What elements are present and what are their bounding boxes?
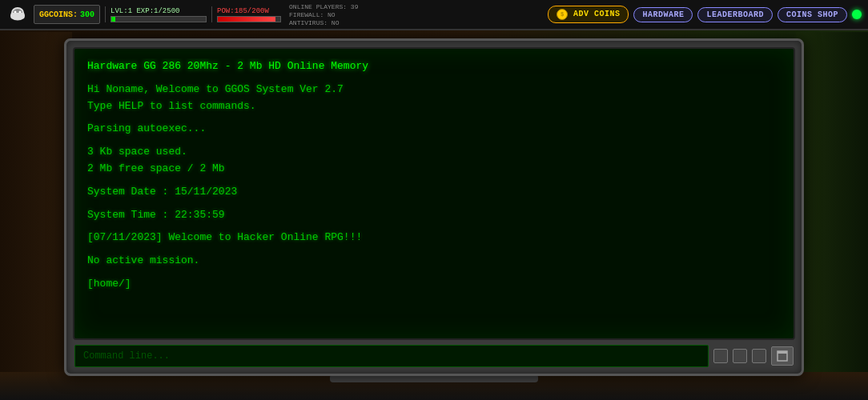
- terminal-line: [07/11/2023] Welcome to Hacker Online RP…: [87, 230, 781, 246]
- terminal-line: Hi Noname, Welcome to GGOS System Ver 2.…: [87, 82, 781, 98]
- terminal-line: [home/]: [87, 276, 781, 293]
- terminal-spacer: [87, 138, 781, 144]
- terminal-spacer: [87, 223, 781, 230]
- terminal-line: 2 Mb free space / 2 Mb: [87, 161, 781, 178]
- pow-bar-track: [217, 16, 281, 22]
- hud-status-info: ONLINE PLAYERS: 39 FIREWALL: NO ANTIVIRU…: [289, 3, 358, 26]
- lvl-exp-bar: LVL:1 EXP:1/2500: [111, 7, 207, 22]
- cmd-btn-1[interactable]: [713, 349, 728, 363]
- terminal-line: No active mission.: [87, 253, 781, 270]
- firewall-label: FIREWALL: NO: [289, 11, 358, 18]
- terminal-line: Type HELP to list commands.: [87, 98, 781, 115]
- terminal-spacer: [87, 114, 781, 121]
- terminal-line: System Time : 22:35:59: [87, 207, 781, 224]
- terminal-spacer: [87, 75, 781, 82]
- exp-bar-fill: [111, 17, 115, 22]
- terminal-output: Hardware GG 286 20Mhz - 2 Mb HD Online M…: [87, 58, 781, 329]
- maximize-icon: [777, 350, 788, 362]
- terminal-line: Hardware GG 286 20Mhz - 2 Mb HD Online M…: [87, 58, 781, 75]
- command-line-input[interactable]: [74, 345, 709, 367]
- side-decoration-left: [0, 32, 72, 400]
- monitor-frame: Hardware GG 286 20Mhz - 2 Mb HD Online M…: [64, 38, 804, 376]
- adv-coins-button[interactable]: $ ADV COINS: [548, 6, 629, 23]
- terminal-spacer: [87, 246, 781, 253]
- terminal-line: System Date : 15/11/2023: [87, 184, 781, 201]
- coins-badge: GGCOINS: 300: [34, 5, 100, 24]
- maximize-button[interactable]: [771, 346, 794, 366]
- separator-2: [211, 6, 212, 22]
- hardware-button[interactable]: HARDWARE: [633, 7, 693, 22]
- hacker-logo-icon: [6, 3, 29, 26]
- exp-bar-track: [111, 16, 207, 22]
- separator-1: [105, 6, 106, 22]
- antivirus-label: ANTIVIRUS: NO: [289, 19, 358, 26]
- monitor-bottom-bar: [73, 345, 795, 367]
- lvl-label: LVL:1 EXP:1/2500: [111, 7, 207, 15]
- coin-icon: $: [557, 9, 568, 20]
- terminal-spacer: [87, 201, 781, 207]
- cmd-btn-2[interactable]: [733, 349, 747, 363]
- mask-icon: [8, 5, 27, 24]
- hud-bar: GGCOINS: 300 LVL:1 EXP:1/2500 POW:185/20…: [0, 0, 868, 30]
- svg-rect-5: [778, 351, 787, 354]
- coins-value: 300: [80, 10, 94, 19]
- hud-right-buttons: $ ADV COINS HARDWARE LEADERBOARD COINS S…: [548, 6, 862, 23]
- online-players-label: ONLINE PLAYERS: 39: [289, 3, 358, 10]
- coins-label: GGCOINS:: [39, 10, 78, 19]
- terminal-line: 3 Kb space used.: [87, 144, 781, 161]
- leaderboard-button[interactable]: LEADERBOARD: [697, 7, 773, 22]
- adv-coins-label: ADV COINS: [573, 10, 621, 18]
- side-decoration-right: [796, 32, 868, 400]
- coins-shop-button[interactable]: COINS SHOP: [778, 7, 847, 22]
- pow-bar: POW:185/200W: [217, 7, 281, 22]
- terminal-spacer: [87, 270, 781, 276]
- terminal-screen: Hardware GG 286 20Mhz - 2 Mb HD Online M…: [73, 47, 795, 340]
- terminal-spacer: [87, 178, 781, 184]
- online-status-dot: [852, 10, 862, 19]
- pow-bar-fill: [218, 17, 275, 22]
- terminal-line: Parsing autoexec...: [87, 121, 781, 138]
- cmd-btn-3[interactable]: [752, 349, 766, 363]
- pow-label: POW:185/200W: [217, 7, 281, 15]
